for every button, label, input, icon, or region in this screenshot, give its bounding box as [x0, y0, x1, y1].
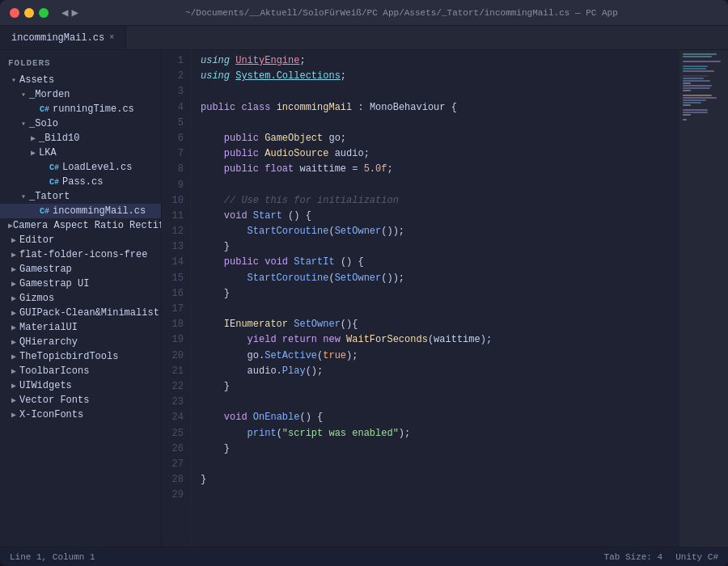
sidebar-item-morden[interactable]: ▾ _Morden [0, 87, 161, 102]
folder-label: Camera Aspect Ratio Rectifier [13, 220, 162, 231]
sidebar[interactable]: FOLDERS ▾ Assets ▾ _Morden C# runningTim… [0, 50, 162, 547]
sidebar-item-gamestrap[interactable]: ▶ Gamestrap [0, 262, 161, 277]
sidebar-item-flat-folder[interactable]: ▶ flat-folder-icons-free [0, 247, 161, 262]
minimap[interactable] [679, 50, 728, 547]
sidebar-item-camera[interactable]: ▶ Camera Aspect Ratio Rectifier [0, 218, 161, 233]
folder-label: _Tatort [29, 191, 70, 202]
folder-label: TheTopicbirdTools [19, 351, 118, 362]
arrow-icon: ▶ [8, 352, 19, 361]
folder-label: _Morden [29, 89, 70, 100]
line-numbers: 1 2 3 4 5 6 7 8 9 10 11 12 13 14 15 16 1 [162, 50, 191, 547]
status-right: Tab Size: 4 Unity C# [604, 552, 718, 562]
titlebar: ◀ ▶ ~/Documents/__Aktuell/SoloFürWeiß/PC… [0, 0, 728, 26]
status-language: Unity C# [675, 552, 718, 562]
arrow-icon: ▾ [8, 75, 19, 85]
sidebar-item-assets[interactable]: ▾ Assets [0, 73, 161, 87]
arrow-icon: ▶ [8, 308, 19, 318]
arrow-icon: ▶ [8, 381, 19, 391]
folder-label: X-IconFonts [19, 409, 83, 420]
folder-label: _Solo [29, 118, 58, 129]
arrow-icon: ▶ [8, 395, 19, 405]
tab-filename: incommingMail.cs [11, 32, 104, 44]
arrow-icon: ▾ [18, 192, 29, 201]
cs-file-icon: C# [49, 178, 60, 187]
window-title: ~/Documents/__Aktuell/SoloFürWeiß/PC App… [85, 8, 718, 18]
sidebar-item-gamestrap-ui[interactable]: ▶ Gamestrap UI [0, 277, 161, 291]
folder-label: LKA [39, 147, 57, 158]
folder-label: QHierarchy [19, 336, 78, 348]
tab-close-icon[interactable]: × [109, 33, 114, 42]
navigation-arrows: ◀ ▶ [61, 6, 78, 19]
close-button[interactable] [10, 8, 19, 18]
code-editor[interactable]: using UnityEngine; using System.Collecti… [191, 50, 679, 547]
folder-label: flat-folder-icons-free [19, 249, 147, 260]
folder-label: Gizmos [19, 293, 54, 304]
file-label: incommingMail.cs [53, 205, 146, 217]
sidebar-item-tatort[interactable]: ▾ _Tatort [0, 189, 161, 204]
forward-arrow[interactable]: ▶ [71, 6, 78, 19]
sidebar-item-materialui[interactable]: ▶ MaterialUI [0, 320, 161, 335]
folder-label: Editor [19, 234, 54, 246]
arrow-icon: ▶ [8, 337, 19, 347]
main-layout: FOLDERS ▾ Assets ▾ _Morden C# runningTim… [0, 50, 728, 547]
sidebar-item-pass[interactable]: C# Pass.cs [0, 175, 161, 189]
status-tabsize: Tab Size: 4 [604, 552, 663, 562]
sidebar-item-bild10[interactable]: ▶ _Bild10 [0, 131, 161, 146]
arrow-icon: ▶ [8, 279, 19, 289]
sidebar-item-loadlevel[interactable]: C# LoadLevel.cs [0, 160, 161, 175]
minimize-button[interactable] [24, 8, 34, 18]
arrow-icon: ▶ [8, 366, 19, 376]
sidebar-item-vector-fonts[interactable]: ▶ Vector Fonts [0, 393, 161, 408]
folder-label: UIWidgets [19, 380, 72, 391]
back-arrow[interactable]: ◀ [61, 6, 68, 19]
file-tab[interactable]: incommingMail.cs × [0, 26, 126, 49]
folder-label: Gamestrap UI [19, 278, 89, 289]
tabbar: incommingMail.cs × [0, 26, 728, 50]
arrow-icon: ▶ [8, 294, 19, 303]
sidebar-item-toolbar[interactable]: ▶ ToolbarIcons [0, 364, 161, 378]
cs-file-icon: C# [39, 105, 50, 114]
sidebar-item-qhierarchy[interactable]: ▶ QHierarchy [0, 335, 161, 349]
arrow-icon: ▶ [28, 148, 39, 158]
arrow-icon: ▾ [18, 90, 29, 99]
window-controls [10, 8, 49, 18]
arrow-icon: ▶ [8, 235, 19, 245]
sidebar-item-x-iconfons[interactable]: ▶ X-IconFonts [0, 408, 161, 422]
arrow-icon: ▶ [8, 264, 19, 274]
sidebar-item-runningtime[interactable]: C# runningTime.cs [0, 102, 161, 116]
arrow-icon: ▶ [8, 250, 19, 260]
code-container[interactable]: 1 2 3 4 5 6 7 8 9 10 11 12 13 14 15 16 1 [162, 50, 728, 547]
file-label: runningTime.cs [53, 103, 134, 115]
app-window: ◀ ▶ ~/Documents/__Aktuell/SoloFürWeiß/PC… [0, 0, 728, 566]
arrow-icon: ▶ [28, 133, 39, 143]
status-position: Line 1, Column 1 [10, 552, 95, 562]
sidebar-item-editor[interactable]: ▶ Editor [0, 233, 161, 247]
cs-file-icon: C# [39, 207, 50, 216]
sidebar-header: FOLDERS [0, 53, 161, 73]
folder-label: Assets [19, 74, 54, 86]
sidebar-item-solo[interactable]: ▾ _Solo [0, 116, 161, 131]
file-label: Pass.cs [62, 176, 103, 188]
arrow-icon: ▾ [18, 119, 29, 129]
folder-label: _Bild10 [39, 133, 79, 144]
minimap-content [679, 50, 728, 125]
folder-label: Vector Fonts [19, 395, 89, 406]
cs-file-icon: C# [49, 163, 60, 172]
folder-label: MaterialUI [19, 322, 78, 333]
sidebar-item-lka[interactable]: ▶ LKA [0, 146, 161, 160]
sidebar-item-gizmos[interactable]: ▶ Gizmos [0, 291, 161, 306]
sidebar-item-incommingmail[interactable]: C# incommingMail.cs [0, 204, 161, 218]
sidebar-item-uiwidgets[interactable]: ▶ UIWidgets [0, 378, 161, 393]
sidebar-item-guipack[interactable]: ▶ GUIPack-Clean&Minimalist [0, 306, 161, 320]
sidebar-item-topicbird[interactable]: ▶ TheTopicbirdTools [0, 349, 161, 364]
arrow-icon: ▶ [8, 410, 19, 420]
folder-label: GUIPack-Clean&Minimalist [19, 307, 159, 319]
folder-label: ToolbarIcons [19, 365, 89, 377]
editor-area[interactable]: 1 2 3 4 5 6 7 8 9 10 11 12 13 14 15 16 1 [162, 50, 728, 547]
arrow-icon: ▶ [8, 323, 19, 332]
file-label: LoadLevel.cs [62, 162, 132, 173]
folder-label: Gamestrap [19, 264, 72, 275]
statusbar: Line 1, Column 1 Tab Size: 4 Unity C# [0, 547, 728, 566]
maximize-button[interactable] [39, 8, 49, 18]
